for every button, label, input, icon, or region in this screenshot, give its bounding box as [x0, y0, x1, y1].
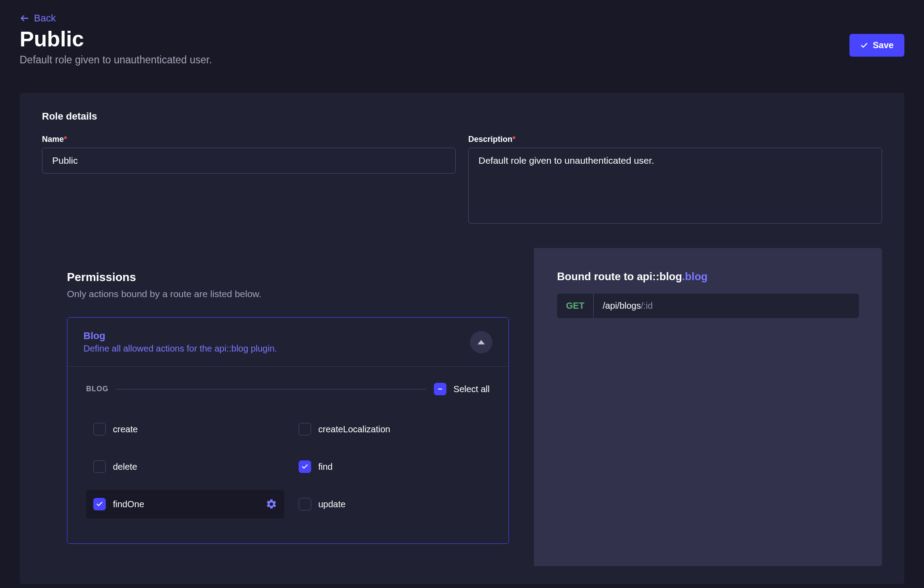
caret-up-icon [478, 340, 485, 345]
minus-icon [437, 385, 444, 393]
role-details-panel: Role details Name* Description* Default … [20, 93, 904, 584]
action-checkbox-createLocalization[interactable] [299, 423, 311, 435]
select-all-checkbox[interactable] [434, 383, 446, 395]
action-label: update [318, 499, 345, 509]
back-label: Back [34, 12, 56, 24]
action-label: find [318, 462, 333, 472]
page-title: Public [20, 27, 849, 51]
svg-marker-1 [478, 340, 485, 344]
route-path: /api/blogs/:id [594, 294, 662, 318]
permissions-panel: Permissions Only actions bound by a rout… [42, 248, 534, 566]
back-link[interactable]: Back [20, 12, 56, 24]
description-textarea[interactable]: Default role given to unauthenticated us… [468, 148, 882, 224]
action-checkbox-create[interactable] [93, 423, 106, 435]
plugin-header[interactable]: Blog Define all allowed actions for the … [67, 318, 508, 366]
arrow-left-icon [20, 13, 29, 23]
name-input[interactable] [42, 148, 456, 174]
action-item-create[interactable]: create [86, 415, 284, 443]
action-item-delete[interactable]: delete [86, 452, 284, 481]
action-checkbox-find[interactable] [299, 460, 311, 473]
collapse-button[interactable] [470, 331, 492, 353]
description-label: Description* [468, 135, 882, 144]
action-label: createLocalization [318, 424, 390, 435]
check-icon [301, 463, 308, 470]
action-checkbox-delete[interactable] [93, 460, 106, 473]
action-label: create [113, 424, 138, 435]
route-box: GET /api/blogs/:id [557, 294, 859, 318]
plugin-description: Define all allowed actions for the api::… [83, 344, 277, 354]
action-label: findOne [113, 499, 144, 509]
name-label: Name* [42, 135, 456, 144]
plugin-card-blog: Blog Define all allowed actions for the … [67, 317, 509, 544]
svg-rect-2 [438, 389, 442, 389]
save-button[interactable]: Save [849, 34, 904, 57]
action-item-find[interactable]: find [291, 452, 490, 481]
save-label: Save [873, 40, 894, 50]
permissions-subtitle: Only actions bound by a route are listed… [67, 289, 509, 299]
divider [116, 389, 427, 389]
plugin-name: Blog [83, 330, 277, 342]
permissions-title: Permissions [67, 270, 509, 284]
role-details-title: Role details [42, 111, 882, 122]
select-all-label: Select all [454, 384, 490, 394]
action-item-createLocalization[interactable]: createLocalization [291, 415, 490, 443]
check-icon [96, 501, 103, 508]
action-checkbox-update[interactable] [299, 498, 311, 510]
page-subtitle: Default role given to unauthenticated us… [20, 54, 849, 66]
action-item-findOne[interactable]: findOne [86, 490, 284, 518]
action-checkbox-findOne[interactable] [93, 498, 106, 510]
bound-route-panel: Bound route to api::blog.blog GET /api/b… [534, 248, 882, 566]
bound-route-title: Bound route to api::blog.blog [557, 270, 859, 283]
action-item-update[interactable]: update [291, 490, 490, 518]
group-label: BLOG [86, 385, 108, 393]
action-label: delete [113, 462, 137, 472]
check-icon [860, 41, 868, 50]
gear-icon[interactable] [266, 498, 277, 510]
http-method-tag: GET [557, 294, 594, 318]
